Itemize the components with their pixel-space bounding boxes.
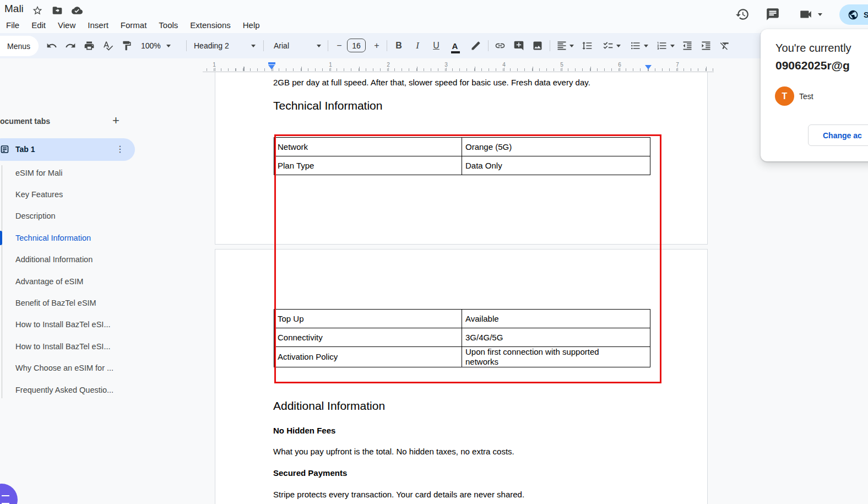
fab-button[interactable] — [0, 484, 18, 504]
checklist-caret[interactable] — [616, 45, 621, 47]
menu-extensions[interactable]: Extensions — [184, 20, 236, 30]
outline-item[interactable]: Key Features — [0, 183, 135, 205]
decrease-indent-icon[interactable] — [681, 39, 694, 52]
sidebar-tab-1[interactable]: Tab 1 ⋮ — [0, 138, 135, 161]
change-account-button[interactable]: Change ac — [808, 124, 868, 146]
document-page-2[interactable]: Top Up Available Connectivity 3G/4G/5G A… — [215, 249, 708, 504]
toolbar: Menus 100% Heading 2 Arial — [0, 33, 868, 58]
ruler-number: 3 — [442, 62, 450, 68]
video-call-icon[interactable] — [799, 7, 813, 21]
menu-file[interactable]: File — [0, 20, 25, 30]
line-spacing-icon[interactable] — [581, 39, 594, 52]
text-color-button[interactable]: A — [448, 39, 462, 52]
decrease-font-size-button[interactable]: − — [333, 39, 346, 52]
ruler-number: 1 — [210, 62, 218, 68]
outline-item[interactable]: How to Install BazTel eSI... — [0, 314, 135, 335]
subsection-body: Stripe protects every transaction. Your … — [273, 489, 653, 500]
technical-table-1: Network Orange (5G) Plan Type Data Only — [274, 137, 650, 175]
outline-item-label: How to Install BazTel eSI... — [15, 342, 110, 351]
menu-bar: File Edit View Insert Format Tools Exten… — [0, 18, 266, 31]
menu-tools[interactable]: Tools — [153, 20, 184, 30]
document-title[interactable]: Mali — [4, 3, 24, 15]
ruler: 1 1 2 3 4 5 6 7 — [203, 62, 714, 72]
technical-table-2: Top Up Available Connectivity 3G/4G/5G A… — [274, 309, 650, 367]
outline-item-label: Additional Information — [15, 255, 93, 264]
technical-information-heading: Technical Information — [273, 99, 382, 112]
insert-image-icon[interactable] — [531, 39, 544, 52]
move-folder-icon[interactable] — [52, 5, 63, 16]
ruler-half-inch-ticks — [203, 67, 714, 71]
comments-icon[interactable] — [766, 7, 780, 21]
left-indent-marker[interactable] — [268, 65, 275, 69]
zoom-control[interactable]: 100% — [141, 33, 171, 58]
font-caret — [317, 45, 321, 47]
zoom-caret — [166, 45, 171, 47]
cloud-saved-icon[interactable] — [72, 5, 83, 16]
outline-item[interactable]: eSIM for Mali — [0, 162, 135, 183]
add-comment-icon[interactable] — [512, 39, 525, 52]
outline-item-active[interactable]: Technical Information — [0, 227, 135, 248]
document-tabs-header: ocument tabs — [0, 117, 50, 126]
outline-item[interactable]: Description — [0, 205, 135, 227]
paragraph-style-control[interactable]: Heading 2 — [194, 33, 256, 58]
account-popup: You're currently 09062025r@g T Test Chan… — [761, 29, 868, 161]
table-row: Activation Policy Upon first connection … — [274, 347, 650, 367]
paint-format-icon[interactable] — [120, 39, 133, 52]
star-icon[interactable] — [32, 5, 43, 16]
italic-button[interactable]: I — [411, 39, 424, 52]
video-call-dropdown-caret[interactable] — [818, 13, 822, 16]
highlight-color-icon[interactable] — [469, 39, 482, 52]
menu-insert[interactable]: Insert — [82, 20, 115, 30]
globe-icon — [848, 9, 859, 20]
ruler-number: 4 — [500, 62, 508, 68]
bulleted-list-caret[interactable] — [644, 45, 648, 47]
align-caret[interactable] — [569, 45, 574, 47]
insert-link-icon[interactable] — [493, 39, 507, 52]
change-account-button-label: Change ac — [823, 131, 862, 140]
menu-view[interactable]: View — [52, 20, 82, 30]
align-icon[interactable] — [555, 39, 568, 52]
popup-message-line1: You're currently — [775, 42, 851, 55]
menu-help[interactable]: Help — [237, 20, 266, 30]
underline-button[interactable]: U — [430, 39, 443, 52]
outline-item[interactable]: Benefit of BazTel eSIM — [0, 292, 135, 313]
version-history-icon[interactable] — [735, 7, 750, 21]
font-family-control[interactable]: Arial — [274, 33, 321, 58]
menus-pill-button[interactable]: Menus — [0, 36, 39, 56]
checklist-icon[interactable] — [601, 39, 615, 52]
numbered-list-caret[interactable] — [670, 45, 675, 47]
undo-icon[interactable] — [45, 39, 58, 52]
table-row: Top Up Available — [274, 310, 650, 328]
add-tab-button[interactable]: + — [112, 113, 120, 128]
print-icon[interactable] — [83, 39, 96, 52]
header: Mali S File Edit View — [0, 0, 868, 33]
outline-item-label: Advantage of eSIM — [15, 277, 83, 286]
right-indent-marker[interactable] — [645, 65, 652, 69]
outline-item[interactable]: Frequently Asked Questio... — [0, 379, 135, 400]
fab-icon — [2, 495, 9, 504]
tab-options-kebab-icon[interactable]: ⋮ — [116, 144, 124, 154]
menu-edit[interactable]: Edit — [25, 20, 52, 30]
share-button[interactable]: S — [839, 4, 868, 25]
document-page-1[interactable]: 2GB per day at full speed. After that, s… — [215, 72, 708, 245]
outline-item[interactable]: Advantage of eSIM — [0, 270, 135, 292]
clear-formatting-icon[interactable] — [718, 39, 731, 52]
account-name: Test — [799, 92, 813, 101]
menu-format[interactable]: Format — [115, 20, 153, 30]
google-docs-app: Mali S File Edit View — [0, 0, 868, 504]
increase-font-size-button[interactable]: + — [370, 39, 383, 52]
redo-icon[interactable] — [64, 39, 77, 52]
outline-item[interactable]: Additional Information — [0, 249, 135, 270]
font-size-input[interactable]: 16 — [347, 39, 366, 52]
spellcheck-icon[interactable] — [101, 39, 115, 52]
bulleted-list-icon[interactable] — [629, 39, 642, 52]
numbered-list-icon[interactable] — [655, 39, 669, 52]
ruler-number: 2 — [384, 62, 392, 68]
toolbar-divider — [550, 40, 550, 51]
zoom-value: 100% — [141, 41, 161, 50]
first-line-indent-marker[interactable] — [268, 62, 275, 64]
outline-item[interactable]: Why Choose an eSIM for ... — [0, 357, 135, 379]
bold-button[interactable]: B — [392, 39, 405, 52]
increase-indent-icon[interactable] — [699, 39, 713, 52]
outline-item[interactable]: How to Install BazTel eSI... — [0, 335, 135, 357]
